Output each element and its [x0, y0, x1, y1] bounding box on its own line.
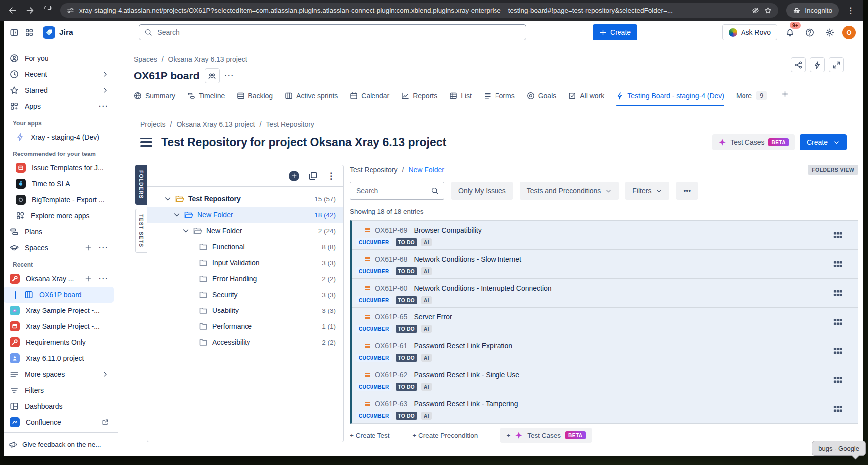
more-options-icon[interactable]: ··· [99, 275, 109, 283]
folder-row-new-folder[interactable]: New Folder18 (42) [147, 207, 343, 223]
reload-icon[interactable] [43, 6, 52, 15]
tab-summary[interactable]: Summary [134, 92, 175, 106]
dataset-grid-icon[interactable] [833, 375, 843, 385]
automation-button[interactable] [810, 57, 825, 72]
sidebar-item-time-to-sla[interactable]: Time to SLA [4, 176, 114, 192]
app-switcher-button[interactable] [22, 25, 37, 40]
sidebar-item-plans[interactable]: Plans [4, 224, 114, 240]
sidebar-item-recent[interactable]: Recent [4, 66, 114, 82]
folder-row-security[interactable]: Security3 (3) [147, 287, 343, 303]
board-more-button[interactable]: ··· [225, 72, 235, 80]
dataset-grid-icon[interactable] [833, 259, 843, 269]
test-key[interactable]: OX61P-69 [375, 226, 407, 234]
tab-test-sets[interactable]: TEST SETS [135, 209, 147, 253]
tab-folders[interactable]: FOLDERS [135, 165, 147, 205]
test-row-ox61p-60[interactable]: OX61P-60Network Conditions - Interrupted… [352, 279, 858, 308]
plus-icon[interactable] [85, 275, 92, 282]
test-row-ox61p-63[interactable]: OX61P-63Password Reset Link - TamperingC… [352, 394, 858, 423]
test-key[interactable]: OX61P-62 [375, 371, 407, 379]
board-people-button[interactable] [205, 68, 220, 83]
tab-list[interactable]: List [449, 92, 472, 106]
tests-search-input[interactable] [355, 186, 431, 195]
chevron-right-icon[interactable] [102, 87, 109, 94]
filter-button-tests-and-preconditions[interactable]: Tests and Preconditions [520, 182, 619, 200]
sidebar-item-for-you[interactable]: For you [4, 50, 114, 66]
filter-button-filters[interactable]: Filters [625, 182, 669, 200]
tab-active-sprints[interactable]: Active sprints [285, 92, 338, 106]
tab-forms[interactable]: Forms [484, 92, 515, 106]
eye-off-icon[interactable] [752, 7, 759, 14]
test-summary[interactable]: Password Reset Link - Single Use [414, 371, 519, 379]
sidebar-item-starred[interactable]: Starred [4, 82, 114, 98]
tests-search[interactable] [350, 182, 444, 200]
dataset-grid-icon[interactable] [833, 288, 843, 298]
test-summary[interactable]: Password Reset Link - Tampering [414, 400, 518, 408]
more-filters-button[interactable]: ••• [676, 182, 698, 200]
external-link-icon[interactable] [102, 419, 109, 426]
chevron-right-icon[interactable] [102, 371, 109, 378]
test-row-ox61p-61[interactable]: OX61P-61Password Reset Link ExpirationCU… [352, 336, 858, 365]
breadcrumb-spaces[interactable]: Spaces [134, 55, 157, 63]
fullscreen-button[interactable] [829, 57, 844, 72]
sidebar-item-ox61p-board[interactable]: OX61P board [4, 287, 114, 303]
tab-more[interactable]: More 9 [736, 91, 767, 106]
chevron-right-icon[interactable] [102, 71, 109, 78]
dataset-grid-icon[interactable] [833, 346, 843, 356]
sidebar-item-oksana-xray[interactable]: Oksana Xray ...··· [4, 271, 114, 287]
test-row-ox61p-69[interactable]: OX61P-69Browser CompatibilityCUCUMBERTO … [352, 221, 858, 250]
breadcrumb-project[interactable]: Oksana Xray 6.13 project [176, 120, 255, 128]
ask-rovo-button[interactable]: Ask Rovo [722, 24, 777, 40]
tab-reports[interactable]: Reports [401, 92, 437, 106]
list-breadcrumb-current[interactable]: New Folder [408, 166, 444, 174]
test-cases-beta-button[interactable]: Test Cases BETA [712, 134, 795, 150]
global-search[interactable] [139, 24, 526, 40]
sidebar-item-xray-staging-4-dev[interactable]: Xray - staging-4 (Dev) [4, 129, 114, 145]
list-breadcrumb-root[interactable]: Test Repository [350, 166, 397, 174]
sidebar-item-dashboards[interactable]: Dashboards [4, 398, 114, 414]
add-tab-button[interactable] [781, 90, 789, 106]
test-row-ox61p-65[interactable]: OX61P-65Server ErrorCUCUMBERTO DOAI [352, 308, 858, 336]
test-summary[interactable]: Server Error [414, 313, 452, 321]
sidebar-item-xray-6-11-0-project[interactable]: Xray 6.11.0 project [4, 350, 114, 366]
avatar[interactable]: O [842, 26, 856, 39]
chevron-down-icon[interactable] [173, 211, 181, 219]
create-test-link[interactable]: + Create Test [350, 432, 389, 439]
app-name[interactable]: Jira [59, 28, 73, 37]
tree-menu-icon[interactable]: ⋮ [327, 172, 335, 180]
folder-row-performance[interactable]: Performance1 (1) [147, 318, 343, 334]
sidebar-item-xray-sample-project[interactable]: Xray Sample Project -... [4, 303, 114, 318]
create-button[interactable]: Create [800, 134, 847, 150]
chevron-down-icon[interactable] [164, 195, 172, 203]
tab-testing-board-staging-4-dev[interactable]: Testing Board - staging-4 (Dev) [616, 92, 724, 106]
test-summary[interactable]: Network Conditions - Slow Internet [414, 255, 521, 263]
tab-backlog[interactable]: Backlog [237, 92, 273, 106]
breadcrumb-test-repository[interactable]: Test Repository [266, 120, 314, 128]
filter-button-only-my-issues[interactable]: Only My Issues [451, 182, 513, 200]
test-key[interactable]: OX61P-68 [375, 255, 407, 263]
test-key[interactable]: OX61P-63 [375, 400, 407, 408]
dataset-grid-icon[interactable] [833, 404, 843, 414]
bookmark-star-icon[interactable] [764, 7, 772, 14]
add-folder-button[interactable] [289, 171, 299, 181]
folder-row-test-repository[interactable]: Test Repository15 (57) [147, 191, 343, 207]
test-summary[interactable]: Browser Compatibility [414, 226, 481, 234]
collapse-folders-button[interactable] [140, 138, 152, 147]
dataset-grid-icon[interactable] [833, 317, 843, 327]
create-precondition-link[interactable]: + Create Precondition [412, 432, 478, 439]
dataset-grid-icon[interactable] [833, 230, 843, 240]
url-text[interactable]: xray-staging-4.atlassian.net/projects/OX… [79, 7, 747, 14]
duplicate-icon[interactable] [308, 171, 318, 181]
tab-all-work[interactable]: All work [568, 92, 604, 106]
sidebar-item-explore-more-apps[interactable]: Explore more apps [4, 208, 114, 224]
sidebar-item-spaces[interactable]: Spaces··· [4, 240, 114, 256]
test-key[interactable]: OX61P-61 [375, 342, 407, 350]
settings-button[interactable] [822, 25, 837, 40]
test-row-ox61p-68[interactable]: OX61P-68Network Conditions - Slow Intern… [352, 250, 858, 279]
folder-row-new-folder[interactable]: New Folder2 (24) [147, 223, 343, 239]
test-summary[interactable]: Password Reset Link Expiration [414, 342, 512, 350]
test-key[interactable]: OX61P-65 [375, 313, 407, 321]
tab-calendar[interactable]: Calendar [350, 92, 389, 106]
test-summary[interactable]: Network Conditions - Interrupted Connect… [414, 284, 551, 292]
global-create-button[interactable]: Create [593, 24, 637, 40]
chevron-down-icon[interactable] [182, 227, 190, 235]
